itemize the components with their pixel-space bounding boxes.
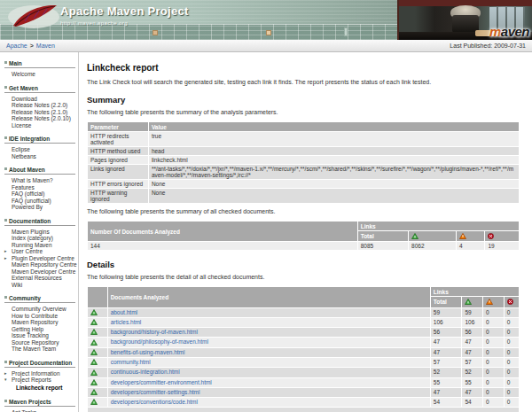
sidebar-item-maven-plugins[interactable]: Maven Plugins [4, 229, 75, 236]
links-valid: 55 [462, 378, 482, 387]
sidebar-item-download[interactable]: Download [4, 96, 75, 103]
sidebar-item-user-centre[interactable]: ▸User Centre [4, 248, 75, 255]
sidebar-section-title-label: Project Documentation [9, 360, 72, 366]
params-intro: The following table presents the summary… [87, 108, 520, 116]
sidebar-item-label: FAQ (official) [12, 190, 44, 197]
sidebar-section: IDE IntegrationEclipseNetbeans [4, 136, 75, 159]
valid-icon [90, 369, 98, 377]
banner: Apache Maven Project http:// maven.apach… [0, 0, 532, 40]
links-valid: 8062 [409, 242, 456, 250]
sidebar-section: Get MavenDownloadRelease Notes (2.2.0)Re… [4, 85, 75, 129]
sidebar-item-maven-repository[interactable]: Maven Repository [4, 319, 75, 326]
document-link[interactable]: developers/committer-environment.html [111, 379, 212, 385]
sidebar-item-license[interactable]: License [4, 122, 75, 129]
sidebar-item-maven-repository-centre[interactable]: Maven Repository Centre [4, 261, 75, 268]
breadcrumb-link-apache[interactable]: Apache [6, 43, 27, 49]
sidebar-item-netbeans[interactable]: Netbeans [4, 153, 75, 160]
links-total: 47 [431, 338, 462, 346]
details-heading: Details [87, 260, 520, 269]
sidebar-section-title-label: About Maven [9, 167, 45, 173]
valid-icon [411, 233, 419, 240]
sidebar-item-release-notes-2-0-10[interactable]: Release Notes (2.0.10) [4, 115, 75, 122]
sidebar-item-label: Powered By [12, 204, 43, 210]
details-table: Documents Analyzed Links Total about.htm… [87, 286, 520, 412]
document-link[interactable]: developers/committer-settings.html [111, 389, 200, 395]
document-link[interactable]: benefits-of-using-maven.html [111, 349, 185, 355]
links-error: 0 [505, 388, 519, 397]
document-link[interactable]: about.html [111, 309, 137, 315]
parameter-name: HTTP method used [88, 147, 148, 155]
table-row: articles.html10610600 [88, 318, 519, 327]
links-total: 54 [431, 398, 462, 407]
sidebar-item-release-notes-2-2-0[interactable]: Release Notes (2.2.0) [4, 102, 75, 109]
section-bullet-icon [4, 136, 7, 139]
links-warning: 0 [483, 328, 504, 337]
status-cell [88, 328, 107, 337]
sidebar-item-maven-developer-centre[interactable]: Maven Developer Centre [4, 268, 75, 276]
section-bullet-icon [4, 167, 7, 170]
sidebar-item-features[interactable]: Features [4, 184, 75, 191]
table-header-row: Number Of Documents Analyzed Links [88, 222, 519, 230]
links-warning: 0 [483, 348, 504, 357]
sidebar-item-issue-tracking[interactable]: Issue Tracking [4, 332, 75, 339]
sidebar-item-how-to-contribute[interactable]: How to Contribute [4, 313, 75, 320]
links-warning: 0 [483, 368, 504, 377]
document-cell: benefits-of-using-maven.html [108, 348, 430, 357]
table-row: about.html595900 [88, 308, 519, 317]
document-link[interactable]: background/history-of-maven.html [111, 329, 198, 335]
sidebar-item-label: License [12, 122, 31, 128]
sidebar-section: CommunityCommunity OverviewHow to Contri… [4, 295, 75, 353]
sidebar-item-label: Plugin Developer Centre [12, 255, 74, 261]
links-warning: 0 [483, 398, 504, 407]
links-total: 47 [431, 388, 462, 397]
sidebar-item-faq-official[interactable]: FAQ (official) [4, 190, 75, 198]
document-link[interactable]: developers/conventions/code.html [111, 399, 198, 405]
sidebar-item-getting-help[interactable]: Getting Help [4, 326, 75, 333]
document-cell: background/history-of-maven.html [108, 328, 430, 337]
links-total: 55 [431, 378, 462, 387]
sidebar-item-source-repository[interactable]: Source Repository [4, 339, 75, 346]
sidebar-item-what-is-maven[interactable]: What is Maven? [4, 177, 75, 184]
document-link[interactable]: community.html [111, 359, 151, 365]
chevron-right-icon: ▸ [4, 370, 7, 377]
document-link[interactable]: articles.html [111, 319, 142, 325]
sidebar-item-faq-unofficial[interactable]: FAQ (unofficial) [4, 198, 75, 205]
sidebar-item-running-maven[interactable]: Running Maven [4, 242, 75, 249]
sidebar-item-index-category[interactable]: Index (category) [4, 235, 75, 242]
document-link[interactable]: continuous-integration.html [111, 369, 180, 375]
table-header-row: Documents Analyzed Links [88, 287, 519, 296]
sidebar-item-welcome[interactable]: Welcome [4, 71, 75, 78]
links-error: 0 [505, 358, 519, 367]
sidebar-item-release-notes-2-1-0[interactable]: Release Notes (2.1.0) [4, 109, 75, 116]
sidebar-item-project-information[interactable]: ▸Project Information [4, 370, 75, 377]
sidebar-item-project-reports[interactable]: ▾Project Reports [4, 377, 75, 384]
documents-analyzed-header: Number Of Documents Analyzed [88, 222, 357, 241]
maven-logo-m: m [489, 24, 501, 39]
document-cell: developers/committer-environment.html [108, 378, 430, 387]
parameter-value: None [149, 189, 519, 203]
sidebar-item-label: Features [12, 184, 35, 190]
parameter-value: None [149, 180, 519, 188]
breadcrumb-link-maven[interactable]: Maven [36, 43, 55, 49]
sidebar-item-linkcheck-report[interactable]: Linkcheck report [4, 384, 75, 392]
links-total: 106 [431, 318, 462, 327]
sidebar-item-the-maven-team[interactable]: The Maven Team [4, 346, 75, 353]
sidebar-item-plugin-developer-centre[interactable]: ▸Plugin Developer Centre [4, 255, 75, 262]
sidebar-item-community-overview[interactable]: Community Overview [4, 306, 75, 313]
sidebar-item-label: Maven Developer Centre [12, 268, 75, 275]
links-valid: 57 [462, 358, 482, 367]
sidebar-section: MainWelcome [4, 60, 75, 78]
sidebar-item-label: Release Notes (2.2.0) [12, 102, 67, 108]
sidebar-item-label: Community Overview [12, 306, 66, 312]
sidebar-item-eclipse[interactable]: Eclipse [4, 146, 75, 153]
sidebar-item-external-resources[interactable]: External Resources [4, 275, 75, 282]
sidebar-item-label: Getting Help [12, 326, 43, 332]
sidebar-item-wiki[interactable]: Wiki [4, 282, 75, 289]
sidebar-item-label: Release Notes (2.1.0) [12, 109, 67, 115]
sidebar-item-ant-tasks[interactable]: Ant Tasks [4, 409, 75, 412]
document-link[interactable]: background/philosophy-of-maven.html [111, 338, 208, 345]
sidebar-item-powered-by[interactable]: Powered By [4, 204, 75, 211]
error-icon [488, 233, 494, 240]
sidebar-item-label: External Resources [12, 275, 62, 281]
links-error: 0 [505, 308, 519, 317]
